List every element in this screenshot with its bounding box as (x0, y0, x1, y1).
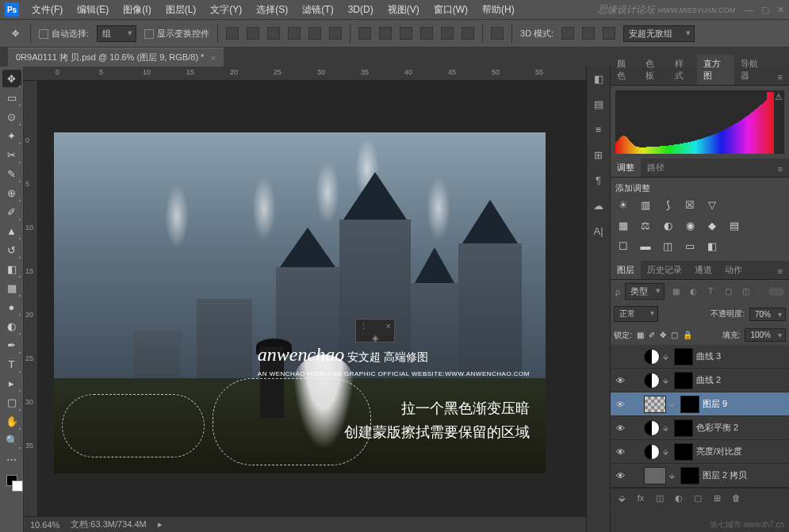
lock-transparent-icon[interactable]: ▦ (637, 331, 644, 339)
show-transform-check[interactable]: 显示变换控件 (144, 28, 209, 40)
tab-layers[interactable]: 图层 (611, 261, 641, 279)
lasso-tool[interactable]: ⊙ (2, 108, 21, 125)
layer-name[interactable]: 图层 2 拷贝 (703, 469, 747, 481)
blur-tool[interactable]: ● (2, 298, 21, 316)
warning-icon[interactable]: ⚠ (775, 92, 783, 102)
menu-image[interactable]: 图像(I) (117, 1, 157, 19)
mask-thumb[interactable] (674, 348, 693, 366)
crop-tool[interactable]: ✂ (2, 146, 21, 163)
visibility-icon[interactable]: 👁 (614, 423, 626, 433)
hand-tool[interactable]: ✋ (2, 412, 21, 430)
align-bottom-icon[interactable] (267, 27, 280, 40)
edit-toolbar[interactable]: ⋯ (2, 450, 21, 468)
fill-input[interactable]: 100% (745, 328, 786, 342)
tab-paths[interactable]: 路径 (641, 159, 671, 177)
panel-close-icon[interactable]: × (386, 321, 391, 331)
new-adj-icon[interactable]: ◐ (672, 492, 685, 504)
pen-tool[interactable]: ✒ (2, 336, 21, 354)
magic-wand-tool[interactable]: ✦ (2, 127, 21, 144)
distribute-icon-4[interactable] (420, 27, 433, 40)
hue-icon[interactable]: ▦ (615, 218, 631, 232)
eyedropper-tool[interactable]: ✎ (2, 165, 21, 182)
fx-icon[interactable]: fx (634, 492, 647, 504)
canvas[interactable]: anwenchao 安文超 高端修图 AN WENCHAO HIGH-END G… (38, 81, 586, 516)
balance-icon[interactable]: ⚖ (638, 218, 653, 232)
type-tool[interactable]: T (2, 355, 21, 373)
distribute-icon[interactable] (358, 27, 371, 40)
floating-panel[interactable]: ⋮ × ◈ (355, 319, 395, 343)
character-icon[interactable]: A| (592, 224, 606, 238)
close-icon[interactable]: ✕ (777, 5, 784, 15)
layer-kind-dropdown[interactable]: 类型 (625, 283, 665, 300)
zoom-tool[interactable]: 🔍 (2, 431, 21, 449)
properties-icon[interactable]: ⊞ (592, 147, 606, 162)
invert-icon[interactable]: ☐ (615, 239, 631, 253)
layer-name[interactable]: 亮度/对比度 (696, 446, 742, 457)
distribute-icon-6[interactable] (462, 27, 474, 40)
auto-select-dropdown[interactable]: 组 (97, 25, 136, 42)
panel-menu-icon[interactable]: ≡ (772, 69, 789, 85)
color-picker-icon[interactable]: ◧ (592, 71, 606, 86)
lock-artboard-icon[interactable]: ▢ (671, 331, 678, 339)
minimize-icon[interactable]: — (745, 5, 753, 15)
tab-navigator[interactable]: 导航器 (734, 55, 772, 85)
menu-help[interactable]: 帮助(H) (476, 1, 521, 19)
tab-color[interactable]: 颜色 (611, 55, 639, 85)
mask-icon[interactable]: ◫ (653, 492, 666, 504)
menu-type[interactable]: 文字(Y) (204, 1, 248, 19)
stamp-tool[interactable]: ▲ (2, 222, 21, 239)
mask-thumb[interactable] (674, 443, 693, 461)
layer-name[interactable]: 曲线 2 (696, 374, 721, 386)
menu-layer[interactable]: 图层(L) (159, 1, 203, 19)
new-layer-icon[interactable]: ⊞ (710, 492, 723, 504)
align-vcenter-icon[interactable] (247, 27, 259, 40)
zoom-value[interactable]: 10.64% (30, 520, 59, 530)
layer-row[interactable]: 👁 ⬙ 曲线 2 (611, 369, 789, 392)
opacity-input[interactable]: 70% (749, 308, 786, 321)
brush-tool[interactable]: ✐ (2, 203, 21, 220)
eraser-tool[interactable]: ◧ (2, 260, 21, 277)
cube-icon[interactable]: ◈ (356, 333, 394, 343)
distribute-icon-3[interactable] (400, 27, 412, 40)
mask-thumb[interactable] (680, 396, 699, 413)
swatches-icon[interactable]: ▤ (592, 97, 606, 111)
menu-file[interactable]: 文件(F) (25, 1, 69, 19)
distribute-icon-5[interactable] (441, 27, 454, 40)
lookup-icon[interactable]: ▤ (726, 218, 742, 232)
brushes-icon[interactable]: ≡ (592, 122, 606, 136)
doc-size[interactable]: 文档:63.3M/734.4M (71, 519, 146, 530)
paragraph-icon[interactable]: ¶ (592, 173, 606, 187)
auto-align-icon[interactable] (491, 27, 504, 40)
exposure-icon[interactable]: ☒ (682, 197, 698, 212)
tab-channels[interactable]: 通道 (688, 261, 718, 279)
3d-pan-icon[interactable] (582, 27, 595, 40)
align-left-icon[interactable] (288, 27, 301, 40)
visibility-icon[interactable]: 👁 (614, 376, 626, 385)
menu-select[interactable]: 选择(S) (250, 1, 294, 19)
path-select-tool[interactable]: ▸ (2, 374, 21, 392)
document-tab[interactable]: 0R9A0111 拷 贝.psd @ 10.6% (图层 9, RGB/8) *… (8, 48, 224, 67)
filter-adj-icon[interactable]: ◐ (687, 286, 699, 297)
layer-name[interactable]: 曲线 3 (696, 350, 721, 362)
selective-icon[interactable]: ◧ (704, 239, 720, 253)
panel-menu-icon[interactable]: ≡ (772, 161, 789, 177)
maximize-icon[interactable]: ▢ (761, 5, 769, 15)
levels-icon[interactable]: ▥ (638, 197, 653, 212)
curves-icon[interactable]: ⟆ (660, 197, 676, 212)
auto-select-check[interactable]: 自动选择: (39, 28, 89, 40)
layer-row[interactable]: 👁 ⬙ 图层 9 (611, 392, 789, 416)
align-hcenter-icon[interactable] (308, 27, 321, 40)
3d-slide-icon[interactable] (603, 27, 615, 40)
move-tool[interactable]: ✥ (2, 70, 21, 87)
panel-menu-icon[interactable]: ≡ (772, 263, 789, 279)
visibility-icon[interactable]: 👁 (614, 400, 626, 409)
history-brush-tool[interactable]: ↺ (2, 241, 21, 258)
menu-edit[interactable]: 编辑(E) (71, 1, 115, 19)
mixer-icon[interactable]: ◆ (704, 218, 720, 232)
layer-row[interactable]: 👁 ⬙ 亮度/对比度 (611, 440, 789, 464)
lock-pixels-icon[interactable]: ✐ (649, 331, 655, 339)
filter-toggle[interactable] (768, 288, 784, 296)
link-layers-icon[interactable]: ⬙ (615, 492, 628, 504)
mask-thumb[interactable] (674, 419, 693, 437)
menu-window[interactable]: 窗口(W) (427, 1, 474, 19)
